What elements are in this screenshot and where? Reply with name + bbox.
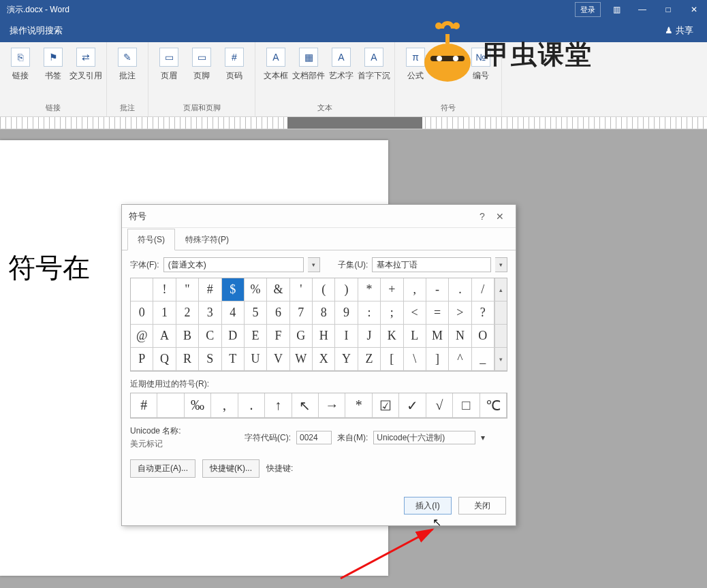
symbol-cell[interactable]: V: [267, 348, 289, 371]
minimize-button[interactable]: —: [629, 0, 655, 19]
symbol-cell[interactable]: +: [381, 278, 403, 301]
symbol-cell[interactable]: ': [290, 278, 313, 301]
symbol-cell[interactable]: ^: [449, 348, 471, 371]
maximize-button[interactable]: □: [655, 0, 681, 19]
symbol-cell[interactable]: D: [222, 325, 245, 348]
recent-symbol-cell[interactable]: →: [319, 393, 345, 418]
char-code-input[interactable]: 0024: [296, 431, 332, 444]
symbol-cell[interactable]: Q: [153, 348, 176, 371]
symbol-cell[interactable]: 8: [313, 301, 335, 325]
symbol-cell[interactable]: S: [199, 348, 221, 371]
document-text[interactable]: 符号在: [8, 249, 90, 287]
font-dropdown-icon[interactable]: ▾: [308, 257, 320, 272]
symbol-cell[interactable]: R: [176, 348, 199, 371]
ribbon-页脚[interactable]: ▭页脚: [185, 45, 218, 80]
symbol-cell[interactable]: 2: [176, 301, 199, 325]
recent-symbol-cell[interactable]: ↖: [292, 393, 319, 418]
symbol-cell[interactable]: Y: [335, 348, 358, 371]
login-button[interactable]: 登录: [575, 2, 601, 17]
symbol-cell[interactable]: [: [381, 348, 403, 371]
symbol-cell[interactable]: M: [426, 325, 449, 348]
ribbon-文档部件[interactable]: ▦文档部件: [292, 45, 325, 80]
help-button[interactable]: ?: [473, 211, 491, 222]
symbol-cell[interactable]: K: [381, 325, 403, 348]
symbol-cell[interactable]: $: [222, 278, 245, 301]
ribbon-书签[interactable]: ⚑书签: [37, 45, 69, 80]
from-select[interactable]: Unicode(十六进制): [373, 431, 475, 444]
recent-symbol-cell[interactable]: ↑: [265, 393, 292, 418]
symbol-cell[interactable]: =: [426, 301, 449, 325]
recent-symbol-cell[interactable]: [157, 393, 184, 418]
symbol-cell[interactable]: ,: [404, 278, 426, 301]
tab-symbols[interactable]: 符号(S): [127, 229, 175, 250]
symbol-cell[interactable]: @: [131, 325, 153, 348]
insert-button[interactable]: 插入(I): [404, 497, 452, 514]
recent-symbol-cell[interactable]: *: [345, 393, 372, 418]
tab-special-chars[interactable]: 特殊字符(P): [175, 229, 239, 250]
recent-symbol-cell[interactable]: ✓: [399, 393, 426, 418]
recent-symbol-cell[interactable]: #: [131, 393, 157, 418]
symbol-cell[interactable]: 1: [153, 301, 176, 325]
symbol-cell[interactable]: 0: [131, 301, 153, 325]
tell-me-input[interactable]: 操作说明搜索: [10, 24, 63, 37]
symbol-cell[interactable]: /: [472, 278, 494, 301]
font-select[interactable]: (普通文本): [163, 257, 304, 272]
recent-symbol-cell[interactable]: □: [453, 393, 480, 418]
symbol-cell[interactable]: H: [313, 325, 335, 348]
symbol-cell[interactable]: X: [313, 348, 335, 371]
symbol-cell[interactable]: F: [267, 325, 289, 348]
ribbon-首字下沉[interactable]: A首字下沉: [358, 45, 390, 80]
symbol-cell[interactable]: *: [358, 278, 381, 301]
recent-symbol-cell[interactable]: ℃: [480, 393, 507, 418]
symbol-cell[interactable]: _: [472, 348, 494, 371]
ribbon-页码[interactable]: #页码: [218, 45, 251, 80]
symbol-cell[interactable]: 3: [199, 301, 221, 325]
symbol-cell[interactable]: W: [290, 348, 313, 371]
symbol-cell[interactable]: E: [245, 325, 267, 348]
symbol-cell[interactable]: \: [404, 348, 426, 371]
symbol-cell[interactable]: 7: [290, 301, 313, 325]
from-dropdown-icon[interactable]: ▾: [481, 433, 485, 442]
recent-symbol-cell[interactable]: ☑: [373, 393, 399, 418]
dialog-close-button[interactable]: ✕: [491, 211, 509, 222]
ribbon-页眉[interactable]: ▭页眉: [153, 45, 185, 80]
symbol-cell[interactable]: .: [449, 278, 471, 301]
close-button[interactable]: ✕: [681, 0, 707, 19]
symbol-cell[interactable]: !: [153, 278, 176, 301]
symbol-cell[interactable]: P: [131, 348, 153, 371]
symbol-cell[interactable]: C: [199, 325, 221, 348]
symbol-cell[interactable]: U: [245, 348, 267, 371]
ribbon-艺术字[interactable]: A艺术字: [325, 45, 358, 80]
symbol-cell[interactable]: I: [335, 325, 358, 348]
symbol-cell[interactable]: [131, 278, 153, 301]
symbol-cell[interactable]: %: [245, 278, 267, 301]
recent-symbol-cell[interactable]: ,: [211, 393, 238, 418]
symbol-cell[interactable]: ): [335, 278, 358, 301]
symbol-cell[interactable]: O: [472, 325, 494, 348]
grid-scrollbar[interactable]: ▴▾: [494, 278, 507, 371]
symbol-cell[interactable]: :: [358, 301, 381, 325]
symbol-cell[interactable]: 4: [222, 301, 245, 325]
shortcut-key-button[interactable]: 快捷键(K)...: [202, 459, 260, 478]
symbol-cell[interactable]: >: [449, 301, 471, 325]
subset-select[interactable]: 基本拉丁语: [372, 257, 491, 272]
symbol-cell[interactable]: ?: [472, 301, 494, 325]
symbol-cell[interactable]: ": [176, 278, 199, 301]
symbol-cell[interactable]: ;: [381, 301, 403, 325]
recent-symbol-cell[interactable]: .: [238, 393, 265, 418]
symbol-cell[interactable]: &: [267, 278, 289, 301]
autocorrect-button[interactable]: 自动更正(A)...: [130, 459, 195, 478]
symbol-cell[interactable]: A: [153, 325, 176, 348]
symbol-cell[interactable]: 5: [245, 301, 267, 325]
symbol-cell[interactable]: 9: [335, 301, 358, 325]
symbol-cell[interactable]: L: [404, 325, 426, 348]
symbol-cell[interactable]: <: [404, 301, 426, 325]
symbol-cell[interactable]: B: [176, 325, 199, 348]
symbol-cell[interactable]: J: [358, 325, 381, 348]
symbol-cell[interactable]: G: [290, 325, 313, 348]
symbol-cell[interactable]: #: [199, 278, 221, 301]
symbol-cell[interactable]: Z: [358, 348, 381, 371]
recent-symbol-cell[interactable]: √: [426, 393, 453, 418]
close-dialog-button[interactable]: 关闭: [458, 497, 506, 514]
ribbon-options-button[interactable]: ▥: [603, 0, 629, 19]
